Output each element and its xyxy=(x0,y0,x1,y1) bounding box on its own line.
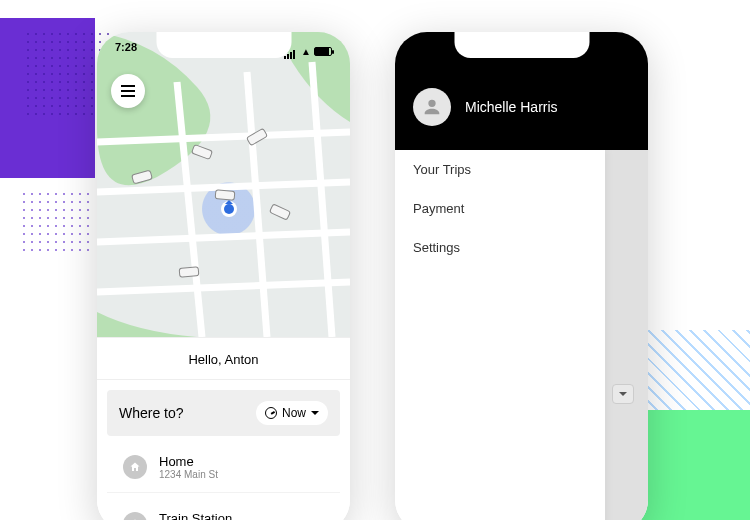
phone-notch xyxy=(156,32,291,58)
destination-title: Home xyxy=(159,454,218,469)
schedule-label: Now xyxy=(282,406,306,420)
star-icon xyxy=(123,512,147,520)
greeting-text: Hello, Anton xyxy=(97,338,350,380)
clock-icon xyxy=(265,407,277,419)
background-schedule-chip xyxy=(612,384,634,404)
chevron-down-icon xyxy=(619,392,627,400)
battery-icon xyxy=(314,47,332,56)
phone-notch xyxy=(454,32,589,58)
phone-drawer: Michelle Harris Your Trips Payment Setti… xyxy=(395,32,648,520)
car-icon xyxy=(179,266,200,278)
drawer-username: Michelle Harris xyxy=(465,99,558,115)
decor-dots-small xyxy=(20,190,90,255)
home-icon xyxy=(123,455,147,479)
destination-subtitle: 1234 Main St xyxy=(159,469,218,480)
status-icons: ▲ xyxy=(284,41,332,61)
destination-item-home[interactable]: Home 1234 Main St xyxy=(107,442,340,493)
person-icon xyxy=(421,96,443,118)
status-time: 7:28 xyxy=(115,41,137,61)
destination-item-saved[interactable]: Train Station 678 Broad St xyxy=(107,499,340,520)
user-location-icon xyxy=(224,204,234,214)
schedule-chip[interactable]: Now xyxy=(256,401,328,425)
drawer-item-trips[interactable]: Your Trips xyxy=(395,150,605,189)
phone-home: 7:28 ▲ xyxy=(97,32,350,520)
chevron-down-icon xyxy=(311,411,319,419)
drawer-body: Your Trips Payment Settings xyxy=(395,150,605,520)
where-to-input[interactable]: Where to? Now xyxy=(107,390,340,436)
dimmed-background[interactable] xyxy=(605,150,648,520)
destination-title: Train Station xyxy=(159,511,232,520)
bottom-sheet: Hello, Anton Where to? Now Home 1234 Mai… xyxy=(97,337,350,520)
drawer-item-settings[interactable]: Settings xyxy=(395,228,605,267)
avatar[interactable] xyxy=(413,88,451,126)
wifi-icon: ▲ xyxy=(301,46,311,57)
car-icon xyxy=(215,189,236,201)
where-to-prompt: Where to? xyxy=(119,405,256,421)
drawer-item-payment[interactable]: Payment xyxy=(395,189,605,228)
menu-button[interactable] xyxy=(111,74,145,108)
